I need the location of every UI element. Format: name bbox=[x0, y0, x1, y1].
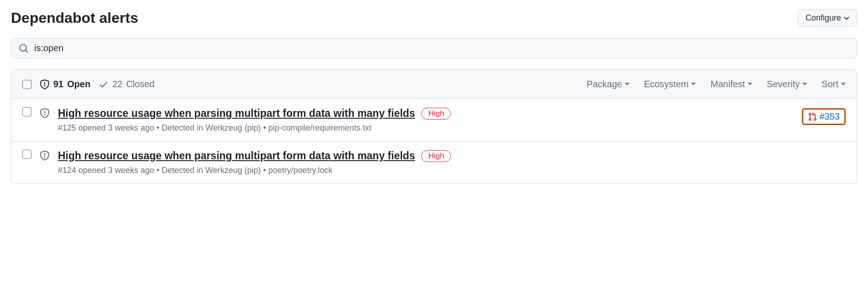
shield-alert-icon bbox=[40, 151, 50, 161]
alert-row: High resource usage when parsing multipa… bbox=[11, 142, 857, 183]
shield-alert-icon bbox=[40, 79, 50, 89]
pull-request-icon bbox=[808, 112, 817, 121]
filter-manifest[interactable]: Manifest bbox=[710, 79, 752, 89]
alert-title-link[interactable]: High resource usage when parsing multipa… bbox=[58, 107, 415, 120]
check-icon bbox=[98, 79, 108, 89]
closed-label: Closed bbox=[126, 79, 155, 89]
filter-ecosystem[interactable]: Ecosystem bbox=[644, 79, 696, 89]
filter-severity-label: Severity bbox=[767, 79, 800, 89]
filter-ecosystem-label: Ecosystem bbox=[644, 79, 689, 89]
open-label: Open bbox=[67, 79, 90, 89]
caret-down-icon bbox=[625, 83, 630, 86]
alert-title-link[interactable]: High resource usage when parsing multipa… bbox=[58, 150, 415, 162]
alert-meta: #124 opened 3 weeks ago • Detected in We… bbox=[58, 166, 846, 175]
pr-link[interactable]: #353 bbox=[802, 108, 846, 125]
open-count: 91 bbox=[53, 79, 63, 89]
shield-alert-icon bbox=[40, 108, 50, 118]
caret-down-icon bbox=[802, 83, 807, 86]
filter-sort-label: Sort bbox=[822, 79, 838, 89]
alert-checkbox[interactable] bbox=[22, 150, 31, 159]
open-filter[interactable]: 91 Open bbox=[40, 79, 90, 89]
page-title: Dependabot alerts bbox=[11, 10, 138, 26]
alert-row: High resource usage when parsing multipa… bbox=[11, 99, 857, 142]
severity-badge: High bbox=[421, 150, 451, 162]
closed-count: 22 bbox=[112, 79, 122, 89]
pr-number: #353 bbox=[820, 111, 840, 122]
select-all-checkbox[interactable] bbox=[22, 80, 31, 89]
search-box[interactable] bbox=[11, 38, 857, 58]
configure-button[interactable]: Configure bbox=[798, 9, 857, 27]
alert-meta: #125 opened 3 weeks ago • Detected in We… bbox=[58, 123, 794, 133]
configure-label: Configure bbox=[806, 13, 841, 23]
closed-filter[interactable]: 22 Closed bbox=[98, 79, 155, 89]
filter-package-label: Package bbox=[587, 79, 622, 89]
caret-down-icon bbox=[841, 83, 846, 86]
filter-severity[interactable]: Severity bbox=[767, 79, 807, 89]
filter-manifest-label: Manifest bbox=[710, 79, 745, 89]
list-header: 91 Open 22 Closed Package Ecosystem Mani… bbox=[11, 70, 857, 99]
filter-sort[interactable]: Sort bbox=[822, 79, 846, 89]
alerts-list: 91 Open 22 Closed Package Ecosystem Mani… bbox=[11, 69, 857, 184]
severity-badge: High bbox=[421, 108, 451, 120]
search-input[interactable] bbox=[34, 43, 849, 53]
filter-package[interactable]: Package bbox=[587, 79, 630, 89]
alert-checkbox[interactable] bbox=[22, 107, 31, 116]
caret-down-icon bbox=[691, 83, 696, 86]
search-icon bbox=[19, 43, 29, 53]
caret-down-icon bbox=[748, 83, 752, 86]
caret-down-icon bbox=[844, 16, 849, 20]
